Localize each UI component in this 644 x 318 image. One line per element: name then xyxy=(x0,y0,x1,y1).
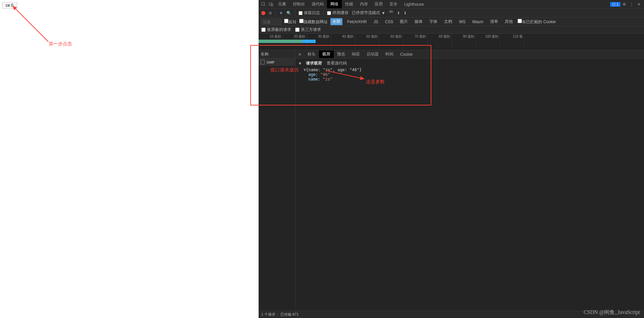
status-requests: 1 个请求 xyxy=(261,312,275,317)
svg-rect-4 xyxy=(612,3,615,6)
record-icon[interactable] xyxy=(261,11,265,15)
payload-val: "46" xyxy=(320,72,330,77)
timeline-tick: 90 毫秒 xyxy=(452,34,476,50)
timeline-tick: 50 毫秒 xyxy=(355,34,379,50)
annotation-step1: 第一步点击 xyxy=(49,41,72,47)
tab-elements[interactable]: 元素 xyxy=(275,0,289,8)
tab-memory[interactable]: 内存 xyxy=(357,0,371,8)
payload-key: age: xyxy=(304,72,318,77)
timeline-tick: 80 毫秒 xyxy=(428,34,452,50)
chip-fetch[interactable]: Fetch/XHR xyxy=(345,19,369,25)
gear-icon[interactable]: ⚙ xyxy=(621,1,628,8)
timeline-tick: 60 毫秒 xyxy=(379,34,404,50)
timeline-tick: 40 毫秒 xyxy=(331,34,355,50)
view-source-link[interactable]: 查看源代码 xyxy=(327,60,347,66)
dtab-initiator[interactable]: 启动器 xyxy=(363,50,382,58)
chip-img[interactable]: 图片 xyxy=(398,18,410,25)
payload-val: "zs" xyxy=(323,77,332,82)
throttling-select[interactable]: 已停用节流模式 ▼ xyxy=(352,10,385,16)
close-detail-icon[interactable]: ✕ xyxy=(296,52,304,57)
download-icon[interactable]: ⬇ xyxy=(404,11,407,15)
request-list: 名称 user xyxy=(259,50,296,318)
svg-line-0 xyxy=(13,6,48,42)
more-icon[interactable]: ⋮ xyxy=(628,1,635,8)
payload-object: {name: "zs", age: "46"} xyxy=(306,67,362,72)
invert-checkbox[interactable]: 反转 xyxy=(284,19,297,25)
timeline-bar xyxy=(302,40,316,43)
tab-application[interactable]: 应用 xyxy=(371,0,386,8)
chip-manifest[interactable]: 清单 xyxy=(488,18,500,25)
request-detail-panel: ✕ 标头 载荷 预览 响应 启动器 时间 Cookie ▼ 请求载荷 查看源代码… xyxy=(296,50,644,318)
network-toolbar: ⊘ ▼ 🔍 保留日志 停用缓存 已停用节流模式 ▼ ⬆ ⬇ xyxy=(259,9,644,17)
filter-input[interactable] xyxy=(261,19,281,25)
dtab-headers[interactable]: 标头 xyxy=(304,50,319,58)
third-party-checkbox[interactable]: 第三方请求 xyxy=(295,27,321,33)
timeline-bar xyxy=(259,40,302,43)
tab-sources[interactable]: 源代码 xyxy=(308,0,327,8)
annotation-arrow-1 xyxy=(11,5,52,45)
blocked-cookies-checkbox[interactable]: 有已拦截的 Cookie xyxy=(518,19,556,25)
chip-css[interactable]: CSS xyxy=(383,19,395,25)
dtab-preview[interactable]: 预览 xyxy=(334,50,348,58)
tab-console[interactable]: 控制台 xyxy=(289,0,308,8)
close-devtools-icon[interactable]: ✕ xyxy=(635,1,643,8)
file-icon xyxy=(261,60,265,64)
timeline-tick: 100 毫秒 xyxy=(476,34,500,50)
filter-toggle-icon[interactable]: ▼ xyxy=(279,11,283,15)
inspect-icon[interactable] xyxy=(260,1,267,8)
preserve-log-checkbox[interactable]: 保留日志 xyxy=(299,10,320,16)
network-hide-bar: 被屏蔽的请求 第三方请求 xyxy=(259,26,644,34)
chip-all[interactable]: 全部 xyxy=(330,18,342,25)
upload-icon[interactable]: ⬆ xyxy=(397,11,400,15)
dtab-payload[interactable]: 载荷 xyxy=(319,50,334,58)
payload-area: ▼ 请求载荷 查看源代码 ▼{name: "zs", age: "46"} ag… xyxy=(296,58,644,84)
chip-doc[interactable]: 文档 xyxy=(442,18,454,25)
devtools-panel: 元素 控制台 源代码 网络 性能 内存 应用 安全 Lighthouse 1 ⚙… xyxy=(259,0,644,318)
issues-badge[interactable]: 1 xyxy=(610,2,621,7)
device-toggle-icon[interactable] xyxy=(267,1,275,8)
request-list-header: 名称 xyxy=(259,50,295,58)
search-icon[interactable]: 🔍 xyxy=(286,11,291,15)
payload-title: 请求载荷 xyxy=(306,60,322,66)
dtab-cookies[interactable]: Cookie xyxy=(397,50,416,58)
network-filter-bar: 反转 隐藏数据网址 全部 Fetch/XHR JS CSS 图片 媒体 字体 文… xyxy=(259,17,644,26)
ce-button[interactable]: ce 0 xyxy=(2,2,17,9)
hide-data-urls-checkbox[interactable]: 隐藏数据网址 xyxy=(299,19,328,25)
status-transferred: 已传输 871 xyxy=(280,312,299,317)
tab-lighthouse[interactable]: Lighthouse xyxy=(401,0,427,8)
browser-page: ce 0 第一步点击 xyxy=(0,0,259,318)
devtools-tab-bar: 元素 控制台 源代码 网络 性能 内存 应用 安全 Lighthouse 1 ⚙… xyxy=(259,0,644,9)
dtab-response[interactable]: 响应 xyxy=(348,50,363,58)
clear-icon[interactable]: ⊘ xyxy=(269,11,272,15)
detail-tabs: ✕ 标头 载荷 预览 响应 启动器 时间 Cookie xyxy=(296,50,644,58)
watermark: CSDN @闲鱼_JavaScript xyxy=(584,309,640,316)
chip-ws[interactable]: WS xyxy=(457,19,467,25)
timeline-tick: 110 毫 xyxy=(500,34,524,50)
request-item-user[interactable]: user xyxy=(259,58,295,66)
chip-media[interactable]: 媒体 xyxy=(413,18,425,25)
expand-triangle-icon[interactable]: ▼ xyxy=(299,61,301,66)
timeline-tick: 70 毫秒 xyxy=(404,34,428,50)
dtab-timing[interactable]: 时间 xyxy=(382,50,397,58)
hidden-requests-checkbox[interactable]: 被屏蔽的请求 xyxy=(261,27,291,33)
network-timeline[interactable]: 10 毫秒 20 毫秒 30 毫秒 40 毫秒 50 毫秒 60 毫秒 70 毫… xyxy=(259,34,644,50)
tab-security[interactable]: 安全 xyxy=(386,0,401,8)
disable-cache-checkbox[interactable]: 停用缓存 xyxy=(327,10,348,16)
chip-font[interactable]: 字体 xyxy=(427,18,439,25)
chip-other[interactable]: 其他 xyxy=(503,18,515,25)
tab-performance[interactable]: 性能 xyxy=(342,0,357,8)
chip-wasm[interactable]: Wasm xyxy=(470,19,486,25)
wifi-icon[interactable] xyxy=(389,10,393,15)
payload-key: name: xyxy=(304,77,320,82)
tab-network[interactable]: 网络 xyxy=(327,0,342,8)
chip-js[interactable]: JS xyxy=(372,19,380,25)
network-content: 名称 user ✕ 标头 载荷 预览 响应 启动器 时间 Cookie ▼ 请求… xyxy=(259,50,644,318)
